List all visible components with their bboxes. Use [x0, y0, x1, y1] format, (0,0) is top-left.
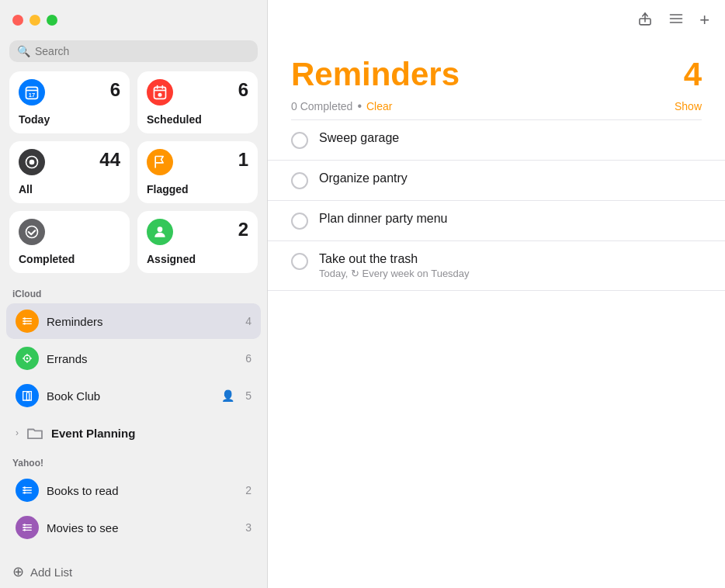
reminder-text-sweep: Sweep garage	[319, 131, 399, 145]
add-list-button[interactable]: ⊕ Add List	[0, 555, 267, 588]
reminder-checkbox-sweep[interactable]	[291, 132, 308, 149]
reminders-total-count: 4	[684, 56, 702, 93]
svg-point-7	[158, 93, 162, 97]
svg-point-23	[23, 486, 26, 489]
reminder-item-organize-pantry[interactable]: Organize pantry	[268, 161, 725, 201]
bookclub-list-name: Book Club	[47, 389, 213, 403]
moviestosee-list-icon	[16, 516, 39, 539]
svg-point-29	[23, 524, 26, 526]
close-button[interactable]	[12, 15, 23, 26]
smart-list-flagged[interactable]: 1 Flagged	[137, 141, 258, 203]
completed-bar: 0 Completed • Clear Show	[268, 99, 725, 113]
maximize-button[interactable]	[47, 15, 57, 26]
reminder-text-dinner: Plan dinner party menu	[319, 212, 447, 226]
reminder-checkbox-organize[interactable]	[291, 172, 308, 189]
scheduled-icon	[147, 79, 173, 105]
eventplanning-group-name: Event Planning	[51, 427, 135, 440]
reminders-header: Reminders 4	[268, 40, 725, 99]
group-item-eventplanning[interactable]: › Event Planning	[6, 415, 261, 451]
list-item-errands[interactable]: Errands 6	[6, 341, 261, 376]
clear-button[interactable]: Clear	[366, 100, 392, 112]
smart-list-today[interactable]: 17 6 Today	[9, 71, 130, 133]
reminders-list-name: Reminders	[47, 315, 238, 328]
svg-text:17: 17	[29, 92, 35, 99]
bookstoread-list-count: 2	[245, 484, 251, 496]
list-item-bookclub[interactable]: Book Club 👤 5	[6, 378, 261, 413]
search-input[interactable]	[35, 45, 250, 57]
svg-point-17	[23, 323, 26, 325]
sidebar: 🔍 17 6 Today	[0, 0, 268, 588]
reminder-title-dinner: Plan dinner party menu	[319, 212, 447, 226]
reminder-item-sweep-garage[interactable]: Sweep garage	[268, 120, 725, 161]
scheduled-label: Scheduled	[147, 113, 248, 126]
reminder-subtitle-trash: Today, ↻ Every week on Tuesday	[319, 268, 470, 279]
smart-lists-grid: 17 6 Today 6	[0, 71, 267, 282]
all-icon	[19, 149, 45, 175]
folder-icon	[23, 421, 47, 444]
traffic-lights	[0, 15, 57, 26]
reminder-item-take-out-trash[interactable]: Take out the trash Today, ↻ Every week o…	[268, 241, 725, 291]
list-item-moviestosee[interactable]: Movies to see 3	[6, 510, 261, 545]
show-button[interactable]: Show	[675, 100, 702, 112]
chevron-right-icon: ›	[16, 427, 19, 438]
reminder-text-trash: Take out the trash Today, ↻ Every week o…	[319, 252, 470, 279]
flagged-icon	[147, 149, 173, 175]
completed-icon	[19, 219, 45, 245]
main-content: + Reminders 4 0 Completed • Clear Show S…	[268, 0, 725, 588]
list-item-bookstoread[interactable]: Books to read 2	[6, 472, 261, 508]
assigned-icon	[147, 219, 173, 245]
assigned-count: 2	[238, 219, 248, 240]
svg-point-16	[23, 320, 26, 323]
reminder-title-sweep: Sweep garage	[319, 131, 399, 145]
bookclub-list-count: 5	[245, 389, 251, 402]
reminder-item-dinner-party[interactable]: Plan dinner party menu	[268, 201, 725, 241]
completed-label: Completed	[19, 253, 120, 265]
svg-point-24	[23, 489, 26, 492]
svg-point-31	[23, 529, 26, 531]
icloud-section-header: iCloud	[0, 282, 267, 303]
reminder-title-trash: Take out the trash	[319, 252, 470, 266]
flagged-label: Flagged	[147, 183, 248, 195]
all-count: 44	[99, 149, 120, 171]
bookstoread-list-name: Books to read	[47, 484, 238, 497]
completed-left: 0 Completed • Clear	[291, 99, 392, 113]
smart-list-scheduled[interactable]: 6 Scheduled	[137, 71, 258, 133]
moviestosee-list-name: Movies to see	[47, 521, 238, 534]
reminder-text-organize: Organize pantry	[319, 171, 408, 185]
reminder-checkbox-trash[interactable]	[291, 253, 308, 270]
shared-icon: 👤	[221, 389, 234, 402]
smart-list-assigned[interactable]: 2 Assigned	[137, 211, 258, 273]
add-list-label: Add List	[30, 566, 72, 579]
search-bar[interactable]: 🔍	[9, 40, 258, 62]
search-icon: 🔍	[17, 45, 30, 57]
svg-point-15	[23, 317, 26, 320]
reminders-list-icon	[16, 310, 39, 333]
smart-list-completed[interactable]: Completed	[9, 211, 130, 273]
minimize-button[interactable]	[29, 15, 40, 26]
assigned-label: Assigned	[147, 253, 248, 265]
smart-list-all[interactable]: 44 All	[9, 141, 130, 203]
moviestosee-list-count: 3	[245, 521, 251, 534]
errands-list-name: Errands	[47, 352, 238, 365]
titlebar	[0, 0, 725, 40]
bookclub-list-icon	[16, 384, 39, 407]
reminder-checkbox-dinner[interactable]	[291, 213, 308, 230]
today-count: 6	[110, 79, 120, 101]
bookstoread-list-icon	[16, 479, 39, 502]
list-item-reminders[interactable]: Reminders 4	[6, 303, 261, 339]
errands-list-count: 6	[245, 352, 251, 365]
svg-point-11	[158, 227, 163, 232]
today-label: Today	[19, 113, 120, 126]
svg-point-25	[23, 492, 26, 494]
svg-point-19	[26, 358, 29, 360]
reminders-list-count: 4	[245, 315, 251, 327]
svg-point-30	[23, 527, 26, 529]
errands-list-icon	[16, 347, 39, 370]
completed-count-text: 0 Completed	[291, 100, 352, 112]
flagged-count: 1	[238, 149, 248, 171]
yahoo-section-header: Yahoo!	[0, 451, 267, 472]
reminder-title-organize: Organize pantry	[319, 171, 408, 185]
today-icon: 17	[19, 79, 45, 105]
scheduled-count: 6	[238, 79, 248, 101]
svg-point-10	[26, 227, 38, 238]
